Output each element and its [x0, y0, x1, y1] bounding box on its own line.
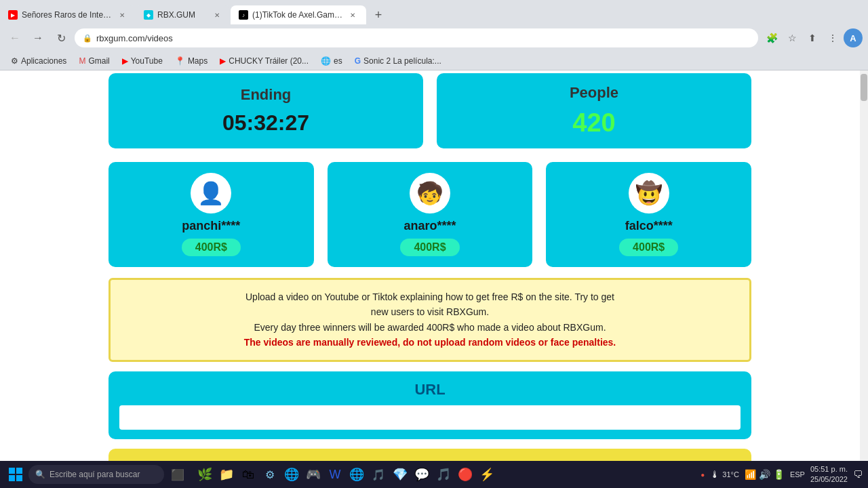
- bookmark-es[interactable]: 🌐 es: [315, 55, 348, 67]
- bookmark-youtube[interactable]: ▶ YouTube: [117, 55, 168, 67]
- winner-prize-2: 400R$: [400, 239, 459, 256]
- tab-bar: ▶ Señores Raros de Internet - YouT ✕ ◆ R…: [0, 0, 868, 24]
- back-button[interactable]: ←: [5, 28, 24, 47]
- taskbar-icon-chrome[interactable]: 🌐: [346, 464, 368, 485]
- taskbar-icon-red[interactable]: 🔴: [454, 464, 476, 485]
- taskbar-icon-store[interactable]: 🛍: [237, 464, 259, 485]
- winner-avatar-3: 🤠: [629, 173, 669, 214]
- taskbar-right: ● 🌡 31°C 📶 🔊 🔋 ESP 05:51 p. m. 25/05/202…: [701, 464, 863, 485]
- ending-card: Ending 05:32:27: [108, 73, 423, 148]
- forward-button[interactable]: →: [28, 28, 47, 47]
- bookmark-gmail-label: Gmail: [88, 56, 109, 66]
- bookmark-aplicaciones-icon: ⚙: [11, 56, 18, 66]
- bookmark-maps[interactable]: 📍 Maps: [170, 55, 213, 67]
- bookmark-icon[interactable]: ☆: [783, 28, 802, 47]
- tray-icon-notification[interactable]: 🗨: [853, 469, 863, 480]
- enter-button[interactable]: Enter: [108, 449, 751, 461]
- info-line3: Every day three winners will be awarded …: [254, 322, 606, 333]
- taskbar-icon-spotify[interactable]: 🎵: [433, 464, 454, 485]
- new-tab-button[interactable]: +: [369, 5, 388, 24]
- bookmark-sonic[interactable]: G Sonic 2 La película:...: [349, 55, 447, 67]
- tray-icon-network[interactable]: 📶: [745, 469, 756, 480]
- bookmarks-bar: ⚙ Aplicaciones M Gmail ▶ YouTube 📍 Maps …: [0, 52, 868, 70]
- bookmark-es-label: es: [334, 56, 342, 66]
- address-bar-row: ← → ↻ 🔒 rbxgum.com/videos 🧩 ☆ ⬆ ⋮ A: [0, 24, 868, 52]
- taskbar-icon-app8[interactable]: 🎵: [368, 464, 389, 485]
- bookmark-chucky-label: CHUCKY Tráiler (20...: [229, 56, 309, 66]
- taskbar-clock[interactable]: 05:51 p. m. 25/05/2022: [810, 464, 848, 485]
- taskbar-app-icons: 🌿 📁 🛍 ⚙ 🌐 🎮 W 🌐 🎵 💎 💬 🎵 🔴 ⚡: [194, 464, 498, 485]
- taskbar-icon-multidesktop[interactable]: ⬛: [167, 464, 189, 485]
- browser-chrome: ▶ Señores Raros de Internet - YouT ✕ ◆ R…: [0, 0, 868, 70]
- start-button[interactable]: [5, 464, 26, 485]
- winner-name-2: anaro****: [403, 219, 456, 233]
- winner-name-3: falco****: [625, 219, 673, 233]
- tab-title-rbxgum: RBX.GUM: [157, 10, 208, 20]
- main-content: Ending 05:32:27 People 420 👤 panchi**** …: [0, 70, 868, 461]
- people-label: People: [570, 84, 618, 102]
- tab-youtube[interactable]: ▶ Señores Raros de Internet - YouT ✕: [0, 5, 136, 24]
- notification-dot: ●: [701, 471, 705, 479]
- winner-cards: 👤 panchi**** 400R$ 🧒 anaro**** 400R$ 🤠 f…: [108, 162, 751, 267]
- taskbar-icon-explorer[interactable]: 📁: [216, 464, 237, 485]
- url-input[interactable]: [119, 405, 741, 430]
- tab-favicon-tiktok: ♪: [239, 10, 248, 20]
- clock-date: 25/05/2022: [810, 474, 848, 485]
- people-count: 420: [572, 108, 615, 138]
- info-box: Upload a video on Youtube or Tiktok expl…: [108, 278, 751, 362]
- reload-button[interactable]: ↻: [52, 28, 71, 47]
- winner-card-2: 🧒 anaro**** 400R$: [328, 162, 533, 267]
- scrollbar-thumb[interactable]: [861, 74, 867, 101]
- bookmark-sonic-icon: G: [355, 56, 361, 66]
- extensions-icon[interactable]: 🧩: [762, 28, 781, 47]
- tab-close-youtube[interactable]: ✕: [117, 9, 127, 20]
- profile-avatar[interactable]: A: [844, 28, 863, 47]
- tab-rbxgum[interactable]: ◆ RBX.GUM ✕: [136, 5, 231, 24]
- taskbar-icon-steam[interactable]: ⚙: [259, 464, 281, 485]
- scrollbar[interactable]: [860, 70, 868, 461]
- bookmark-chucky-icon: ▶: [220, 56, 226, 66]
- taskbar-icon-game[interactable]: 🎮: [302, 464, 324, 485]
- taskbar-icon-word[interactable]: W: [324, 464, 346, 485]
- taskbar-icon-app9[interactable]: 💎: [389, 464, 411, 485]
- tray-temp: 31°C: [722, 470, 739, 479]
- info-line1: Upload a video on Youtube or Tiktok expl…: [245, 291, 614, 302]
- bookmark-aplicaciones-label: Aplicaciones: [21, 56, 66, 66]
- winner-name-1: panchi****: [182, 219, 240, 233]
- bookmark-maps-icon: 📍: [175, 56, 185, 66]
- tab-tiktok[interactable]: ♪ (1)TikTok de Axel.Gamer 12 (@a... ✕: [231, 5, 366, 24]
- winner-avatar-2: 🧒: [410, 173, 450, 214]
- ending-label: Ending: [241, 86, 292, 104]
- taskbar-search[interactable]: 🔍 Escribe aquí para buscar: [28, 465, 164, 484]
- share-icon[interactable]: ⬆: [803, 28, 822, 47]
- people-card: People 420: [437, 73, 751, 148]
- address-bar[interactable]: 🔒 rbxgum.com/videos: [75, 28, 758, 47]
- taskbar-icon-discord[interactable]: 💬: [411, 464, 433, 485]
- more-icon[interactable]: ⋮: [823, 28, 842, 47]
- taskbar-icon-browser[interactable]: 🌐: [281, 464, 302, 485]
- bookmark-aplicaciones[interactable]: ⚙ Aplicaciones: [5, 55, 72, 67]
- tray-lang: ESP: [790, 470, 805, 479]
- bookmark-chucky[interactable]: ▶ CHUCKY Tráiler (20...: [214, 55, 314, 67]
- tab-close-tiktok[interactable]: ✕: [347, 9, 358, 20]
- search-placeholder: Escribe aquí para buscar: [50, 470, 140, 479]
- tab-title-youtube: Señores Raros de Internet - YouT: [22, 10, 113, 20]
- winner-card-3: 🤠 falco**** 400R$: [546, 162, 751, 267]
- url-section: URL: [108, 371, 751, 439]
- tab-close-rbxgum[interactable]: ✕: [212, 9, 222, 20]
- taskbar: 🔍 Escribe aquí para buscar ⬛ 🌿 📁 🛍 ⚙ 🌐 🎮…: [0, 461, 868, 488]
- tab-title-tiktok: (1)TikTok de Axel.Gamer 12 (@a...: [252, 10, 343, 20]
- taskbar-icon-misc[interactable]: ⚡: [476, 464, 498, 485]
- bookmark-maps-label: Maps: [188, 56, 208, 66]
- toolbar-icons: 🧩 ☆ ⬆ ⋮ A: [762, 28, 863, 47]
- tray-icon-battery[interactable]: 🔋: [773, 469, 785, 480]
- tray-icon-volume[interactable]: 🔊: [759, 469, 770, 480]
- tab-favicon-rbxgum: ◆: [144, 10, 153, 20]
- avatar-icon-2: 🧒: [416, 180, 443, 206]
- page-content: Ending 05:32:27 People 420 👤 panchi**** …: [0, 70, 868, 461]
- bookmark-gmail[interactable]: M Gmail: [73, 55, 115, 67]
- info-warning: The videos are manually reviewed, do not…: [244, 337, 616, 348]
- taskbar-icon-leaf[interactable]: 🌿: [194, 464, 216, 485]
- avatar-icon-3: 🤠: [635, 180, 663, 206]
- url-label: URL: [414, 381, 445, 399]
